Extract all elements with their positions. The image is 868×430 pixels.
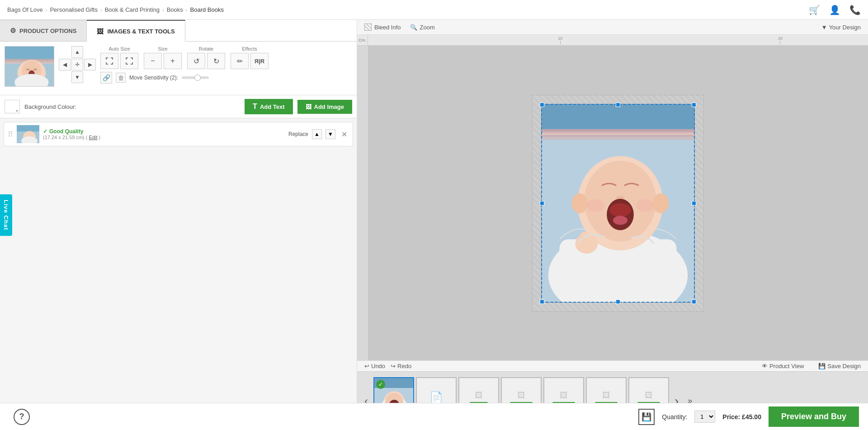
save-button[interactable]: 💾 <box>638 409 655 425</box>
item-quality: ✓ Good Quality <box>43 128 285 135</box>
preview-buy-button[interactable]: Preview and Buy <box>769 407 859 427</box>
tab-images-text-label: IMAGES & TEXT TOOLS <box>107 28 175 35</box>
ruler-top: 10 20 <box>368 35 868 46</box>
quantity-select[interactable]: 1 2 3 4 5 <box>694 411 715 423</box>
drag-handle-icon[interactable]: ⠿ <box>8 130 13 139</box>
effects-mirror-button[interactable]: Я|R <box>250 53 269 69</box>
save-design-icon: 💾 <box>818 363 826 369</box>
arrow-up-row: ▲ <box>71 46 83 58</box>
svg-point-33 <box>636 199 654 212</box>
cart-icon[interactable]: 🛒 <box>809 5 820 15</box>
help-button[interactable]: ? <box>14 409 30 425</box>
svg-rect-10 <box>15 78 49 87</box>
item-size: (17.24 x 21.59 cm) ( Edit ) <box>43 135 285 140</box>
canvas-area: Cm. 10 20 <box>357 35 868 360</box>
canvas-content <box>368 46 868 360</box>
auto-size-btns <box>100 53 138 69</box>
svg-point-30 <box>609 203 631 217</box>
size-group: Size − + <box>144 46 182 69</box>
bg-color-row: Background Colour: T Add Text 🖼 Add Imag… <box>0 95 357 118</box>
phone-icon[interactable]: 📞 <box>849 5 861 15</box>
breadcrumb-book-card[interactable]: Book & Card Printing <box>105 6 160 13</box>
item-edit: ( Edit ) <box>86 135 100 140</box>
undo-button[interactable]: ↩ Undo <box>364 363 385 369</box>
breadcrumb-books[interactable]: Books <box>167 6 183 13</box>
design-canvas[interactable] <box>532 95 704 312</box>
account-icon[interactable]: 👤 <box>829 5 840 15</box>
add-text-button[interactable]: T Add Text <box>245 99 292 114</box>
auto-size-fill-button[interactable] <box>120 53 138 69</box>
move-down-button[interactable]: ▼ <box>326 129 335 139</box>
tab-product-options-label: PRODUCT OPTIONS <box>19 28 76 34</box>
rotate-cw-button[interactable]: ↻ <box>207 53 225 69</box>
left-panel: ⚙ PRODUCT OPTIONS 🖼 IMAGES & TEXT TOOLS <box>0 20 357 430</box>
replace-button[interactable]: Replace <box>288 131 308 137</box>
auto-size-fit-button[interactable] <box>100 53 118 69</box>
brand-link[interactable]: Bags Of Love <box>7 6 43 13</box>
arrow-down-button[interactable]: ▼ <box>71 71 83 83</box>
page-placeholder-icon-inside-left: 📄 <box>429 391 443 404</box>
svg-rect-21 <box>542 138 694 140</box>
ruler-tick-10 <box>560 41 561 44</box>
add-image-button[interactable]: 🖼 Add Image <box>297 100 352 114</box>
effects-pencil-button[interactable]: ✏ <box>231 53 249 69</box>
save-icon: 💾 <box>642 412 651 422</box>
item-thumb-image <box>17 125 39 143</box>
svg-point-26 <box>571 193 588 213</box>
chevron-down-icon: ▼ <box>821 24 827 31</box>
breadcrumb-personalised-gifts[interactable]: Personalised Gifts <box>50 6 98 13</box>
item-info: ✓ Good Quality (17.24 x 21.59 cm) ( Edit… <box>43 128 285 140</box>
quantity-label: Quantity: <box>662 413 687 421</box>
sep1: › <box>46 7 47 13</box>
arrow-up-button[interactable]: ▲ <box>71 46 83 58</box>
breadcrumb: Bags Of Love › Personalised Gifts › Book… <box>7 6 224 13</box>
arrow-left-button[interactable]: ◀ <box>59 59 71 70</box>
redo-button[interactable]: ↪ Redo <box>391 363 411 369</box>
image-list: ⠿ ✓ Good Quality <box>0 118 357 430</box>
svg-rect-16 <box>542 104 694 131</box>
arrow-controls: ▲ ◀ ✛ ▶ ▼ <box>59 46 96 83</box>
size-decrease-button[interactable]: − <box>144 53 162 69</box>
rotate-label: Rotate <box>199 46 213 51</box>
arrow-center-button[interactable]: ✛ <box>71 59 83 70</box>
sensitivity-slider[interactable] <box>182 76 209 79</box>
product-view-button[interactable]: 👁 Product View <box>762 363 804 369</box>
ruler-corner: Cm. <box>357 35 368 46</box>
effects-label: Effects <box>242 46 257 51</box>
tab-bar: ⚙ PRODUCT OPTIONS 🖼 IMAGES & TEXT TOOLS <box>0 20 357 42</box>
remove-button[interactable]: ✕ <box>339 129 349 139</box>
redo-icon: ↪ <box>391 363 396 369</box>
size-increase-button[interactable]: + <box>164 53 182 69</box>
item-thumb-svg <box>17 125 39 143</box>
bleed-info-button[interactable]: Bleed Info <box>364 23 401 31</box>
effects-group: Effects ✏ Я|R <box>231 46 269 69</box>
design-svg <box>542 104 694 302</box>
live-chat-button[interactable]: Live Chat <box>0 194 12 236</box>
svg-point-31 <box>613 215 627 224</box>
auto-size-label: Auto Size <box>108 46 130 51</box>
thumbnail-placeholder <box>5 47 54 86</box>
move-up-button[interactable]: ▲ <box>312 129 322 139</box>
sep2: › <box>100 7 102 13</box>
edit-link[interactable]: Edit <box>89 135 98 140</box>
tab-images-text-tools[interactable]: 🖼 IMAGES & TEXT TOOLS <box>87 20 185 42</box>
link-button[interactable]: 🔗 <box>100 72 112 84</box>
add-image-label: Add Image <box>314 103 344 110</box>
item-thumbnail <box>17 125 39 143</box>
zoom-button[interactable]: 🔍 Zoom <box>410 24 435 31</box>
arrow-right-button[interactable]: ▶ <box>84 59 96 70</box>
delete-button[interactable]: 🗑 <box>116 73 126 83</box>
size-btns: − + <box>144 53 182 69</box>
undo-redo-group: ↩ Undo ↪ Redo <box>364 363 411 369</box>
tab-product-options[interactable]: ⚙ PRODUCT OPTIONS <box>0 20 87 41</box>
print-area <box>541 104 695 303</box>
your-design-button[interactable]: ▼ Your Design <box>821 24 861 31</box>
save-design-button[interactable]: 💾 Save Design <box>818 363 861 369</box>
top-nav: Bags Of Love › Personalised Gifts › Book… <box>0 0 868 20</box>
bg-color-picker[interactable] <box>5 100 20 113</box>
rotate-ccw-button[interactable]: ↺ <box>187 53 205 69</box>
ruler-unit: Cm. <box>359 38 366 42</box>
eye-icon: 👁 <box>762 363 768 369</box>
product-view-label: Product View <box>769 363 804 369</box>
tool-row-1: Auto Size S <box>100 46 352 69</box>
